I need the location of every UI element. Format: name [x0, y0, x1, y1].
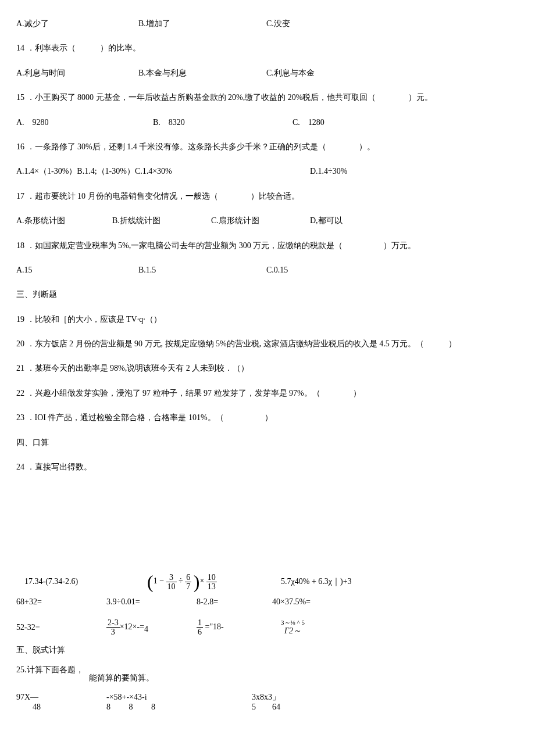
question-number: 17	[16, 192, 24, 200]
question-23: 23 ．IOI 件产品，通过检验全部合格，合格率是 101%。（ ）	[16, 411, 519, 424]
calc-cell: 52-32=	[16, 621, 106, 634]
question-number: 19	[16, 315, 24, 324]
section-4-header: 四、口算	[16, 436, 519, 449]
question-text: ．如国家规定营业税率为 5%,一家电脑公司去年的营业额为 300 万元，应缴纳的…	[27, 241, 416, 250]
calc-cell: 3.9÷0.01=	[106, 596, 197, 608]
q16-options: A.1.4×（1-30%）B.1.4;（1-30%）C.1.4×30% D.1.…	[16, 165, 519, 178]
question-number: 21	[16, 364, 24, 372]
q17-options: A.条形统计图 B.折线统计图 C.扇形统计图 D,都可以	[16, 214, 519, 227]
question-20: 20 ．东方饭店 2 月份的营业额是 90 万元, 按规定应缴纳 5%的营业税,…	[16, 338, 519, 350]
question-text: ．IOI 件产品，通过检验全部合格，合格率是 101%。（ ）	[27, 413, 273, 422]
option-a: A. 9280	[16, 116, 153, 129]
question-text: ．东方饭店 2 月份的营业额是 90 万元, 按规定应缴纳 5%的营业税, 这家…	[27, 339, 457, 348]
calc-row-2: 52-32= 2-33×12×-=4 16 ="18- 3～⅛ ^ 5 Γ2～	[16, 618, 519, 637]
question-number: 20	[16, 339, 24, 348]
question-number: 25.	[16, 665, 27, 674]
question-number: 15	[16, 93, 24, 102]
question-16: 16 ．一条路修了 30%后，还剩 1.4 千米没有修。这条路长共多少千米？正确…	[16, 141, 519, 153]
option-c: C.没变	[266, 17, 383, 30]
option-d: D.1.4÷30%	[310, 165, 347, 178]
section-5-header: 五、脱式计算	[16, 644, 519, 657]
q15-options: A. 9280 B. 8320 C. 1280	[16, 116, 519, 129]
calc-cell: 16 ="18-	[197, 618, 281, 637]
option-b: B.折线统计图	[112, 214, 211, 227]
question-number: 16	[16, 142, 24, 151]
question-25: 25.计算下面各题， 能简算的要简算。	[16, 664, 519, 685]
option-b: B.1.5	[138, 264, 266, 277]
formula-row: 17.34-(7.34-2.6) (1 − 310 ÷ 67 )× 1013 5…	[16, 572, 519, 591]
section-3-header: 三、判断题	[16, 288, 519, 301]
question-text: 计算下面各题，	[27, 665, 84, 674]
calc-cell: 2-33×12×-=4	[106, 618, 197, 637]
option-b: B.增加了	[138, 17, 266, 30]
question-text: ．小王购买了 8000 元基金，一年后收益占所购基金款的 20%,缴了收益的 2…	[27, 93, 433, 102]
question-text: ．某班今天的出勤率是 98%,说明该班今天有 2 人未到校．（）	[27, 364, 249, 372]
question-text: ．一条路修了 30%后，还剩 1.4 千米没有修。这条路长共多少千米？正确的列式…	[27, 142, 376, 151]
option-c: C.扇形统计图	[211, 214, 310, 227]
question-number: 24	[16, 463, 24, 471]
question-17: 17 ．超市要统计 10 月份的电器销售变化情况，一般选（ ）比较合适。	[16, 190, 519, 203]
option-a: A.利息与时间	[16, 67, 138, 80]
option-a: A.条形统计图	[16, 214, 112, 227]
q18-options: A.15 B.1.5 C.0.15	[16, 264, 519, 277]
formula-1: 17.34-(7.34-2.6)	[16, 575, 147, 588]
calc-cell: 3～⅛ ^ 5 Γ2～	[281, 619, 305, 636]
formula-2: (1 − 310 ÷ 67 )× 1013	[147, 572, 281, 591]
question-14: 14 ．利率表示（ ）的比率。	[16, 42, 519, 55]
formula-3: 5.7χ40% + 6.3χ｜)+3	[281, 575, 352, 588]
calc-cell: 68+32=	[16, 596, 106, 608]
question-number: 14	[16, 44, 24, 52]
question-18: 18 ．如国家规定营业税率为 5%,一家电脑公司去年的营业额为 300 万元，应…	[16, 239, 519, 252]
calc-cell: 40×37.5%=	[272, 596, 311, 608]
question-24: 24 ．直接写出得数。	[16, 461, 519, 474]
option-b: B.本金与利息	[138, 67, 266, 80]
final-calc-row: 97X— 48 -×58+-×43-i 8 8 8 3x8x3」 5 64	[16, 693, 519, 712]
question-sub: 能简算的要简算。	[89, 672, 154, 685]
option-abc: A.1.4×（1-30%）B.1.4;（1-30%）C.1.4×30%	[16, 165, 310, 178]
option-a: A.减少了	[16, 17, 138, 30]
option-c: C. 1280	[293, 116, 409, 129]
question-number: 22	[16, 389, 24, 397]
question-text: ．比较和［的大小，应该是 TV·q·（）	[27, 315, 162, 324]
question-text: ．兴趣小组做发芽实验，浸泡了 97 粒种子，结果 97 粒发芽了，发芽率是 97…	[27, 389, 361, 397]
question-15: 15 ．小王购买了 8000 元基金，一年后收益占所购基金款的 20%,缴了收益…	[16, 91, 519, 104]
question-number: 23	[16, 413, 24, 422]
question-number: 18	[16, 241, 24, 250]
option-b: B. 8320	[153, 116, 293, 129]
question-21: 21 ．某班今天的出勤率是 98%,说明该班今天有 2 人未到校．（）	[16, 362, 519, 375]
q13-options: A.减少了 B.增加了 C.没变	[16, 17, 519, 30]
calc-cell: -×58+-×43-i 8 8 8	[106, 693, 252, 712]
option-c: C.0.15	[266, 264, 383, 277]
question-text: ．利率表示（ ）的比率。	[27, 44, 141, 52]
calc-row-1: 68+32= 3.9÷0.01= 8-2.8= 40×37.5%=	[16, 596, 519, 608]
question-text: ．超市要统计 10 月份的电器销售变化情况，一般选（ ）比较合适。	[27, 192, 299, 200]
calc-cell: 8-2.8=	[197, 596, 272, 608]
option-c: C.利息与本金	[266, 67, 383, 80]
calc-cell: 97X— 48	[16, 693, 106, 712]
question-22: 22 ．兴趣小组做发芽实验，浸泡了 97 粒种子，结果 97 粒发芽了，发芽率是…	[16, 387, 519, 400]
q14-options: A.利息与时间 B.本金与利息 C.利息与本金	[16, 67, 519, 80]
question-19: 19 ．比较和［的大小，应该是 TV·q·（）	[16, 313, 519, 326]
option-d: D,都可以	[310, 214, 343, 227]
question-text: ．直接写出得数。	[27, 463, 92, 471]
option-a: A.15	[16, 264, 138, 277]
calc-cell: 3x8x3」 5 64	[252, 693, 280, 712]
